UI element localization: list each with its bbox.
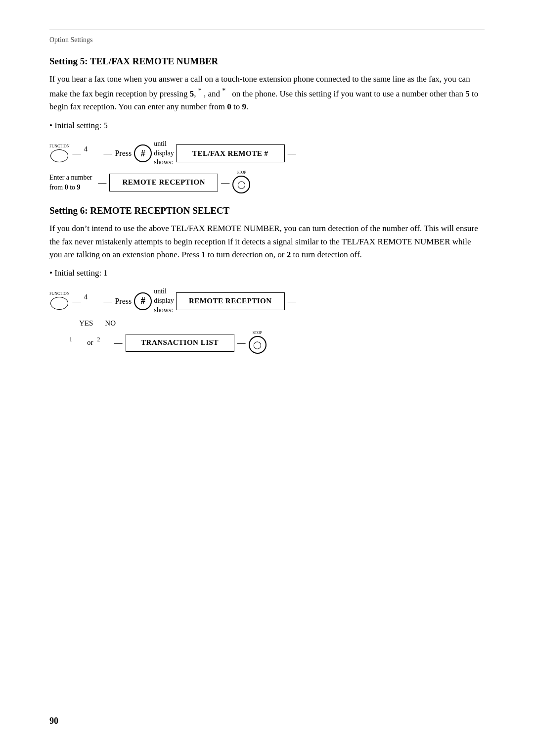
yes-label: YES [79,319,93,328]
dash8: — [288,296,296,306]
display-box-transaction: TRANSACTION LIST [126,334,234,352]
dash2: — [103,148,112,158]
enter-label: Enter a number from 0 to 9 [49,173,92,192]
hash-button: # [134,144,152,162]
dash7: — [103,296,112,306]
top-rule [49,30,485,30]
function-button-wrap: FUNCTION [49,145,69,162]
section5-diagram1: FUNCTION — 4 — Press # until display sho… [49,140,485,168]
stop-label: STOP [237,170,246,175]
section6-body: If you don’t intend to use the above TEL… [49,222,485,261]
dash1: — [72,148,81,158]
dash5: — [221,178,229,188]
dash10: — [237,338,246,348]
section6-title: Setting 6: REMOTE RECEPTION SELECT [49,205,485,216]
num4-button: 4 [84,145,100,162]
stop-button2: ◯ [249,336,267,354]
display-box-telfax: TEL/FAX REMOTE # [176,144,285,162]
dash6: — [72,296,81,306]
press-label: Press [115,149,132,158]
stop-button: ◯ [232,176,250,193]
stop-label2: STOP [253,331,262,335]
yes-no-row: YES NO [49,319,485,328]
section6-initial: • Initial setting: 1 [49,268,485,278]
dash3: — [288,148,296,158]
stop-button-wrap: STOP ◯ [232,171,250,193]
page: Option Settings Setting 5: TEL/FAX REMOT… [0,0,534,756]
function-button [50,149,68,162]
function-label2: FUNCTION [49,291,69,296]
until-block: until display shows: [154,140,174,168]
no-label: NO [105,319,116,328]
stop-button-wrap2: STOP ◯ [249,331,267,354]
press-label2: Press [115,297,132,306]
or-label: or [87,338,93,347]
or-1-2-row: 1 or 2 — TRANSACTION LIST — STOP ◯ [49,331,485,354]
dash4: — [98,178,106,188]
function-label: FUNCTION [49,144,69,148]
until-block2: until display shows: [154,287,174,315]
dash9: — [114,338,123,348]
section5-body: If you hear a fax tone when you answer a… [49,73,485,114]
section5-initial: • Initial setting: 5 [49,121,485,131]
section5-title: Setting 5: TEL/FAX REMOTE NUMBER [49,56,485,67]
function-button2 [50,297,68,310]
function-button-wrap2: FUNCTION [49,292,69,310]
section5-diagram2: Enter a number from 0 to 9 — REMOTE RECE… [49,171,485,193]
num2-button: 2 [97,336,111,350]
num1-button: 1 [69,336,83,350]
page-number: 90 [49,716,58,726]
display-box-remote-reception: REMOTE RECEPTION [109,174,218,191]
display-box-remote-reception2: REMOTE RECEPTION [176,292,285,310]
num4-button2: 4 [84,293,100,310]
section6: Setting 6: REMOTE RECEPTION SELECT If yo… [49,205,485,354]
section5: Setting 5: TEL/FAX REMOTE NUMBER If you … [49,56,485,193]
section-label: Option Settings [49,36,485,44]
section6-diagram1: FUNCTION — 4 — Press # until display sho… [49,287,485,315]
hash-button2: # [134,292,152,310]
